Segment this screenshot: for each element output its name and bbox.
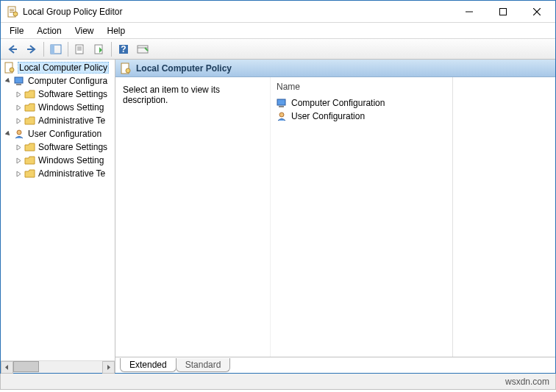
svg-rect-30 [279, 106, 284, 107]
tree-admin-templates[interactable]: Administrative Te [1, 114, 115, 127]
detail-title: Local Computer Policy [136, 63, 232, 74]
toolbar-separator [111, 42, 112, 57]
expander-closed-icon[interactable] [14, 90, 23, 99]
tab-extended[interactable]: Extended [120, 358, 177, 372]
menu-help[interactable]: Help [101, 24, 132, 38]
tree-label: User Configuration [28, 129, 101, 139]
properties-button[interactable] [71, 40, 89, 58]
policy-icon [120, 63, 132, 74]
app-window: Local Group Policy Editor File Action Vi… [0, 0, 556, 374]
toolbar-separator [43, 42, 44, 57]
tree-label: Computer Configura [28, 76, 107, 86]
svg-text:?: ? [121, 44, 126, 54]
folder-icon [24, 143, 36, 152]
description-column: Select an item to view its description. [115, 77, 270, 357]
tree-label: Software Settings [38, 89, 107, 99]
scroll-right-icon[interactable] [102, 361, 115, 374]
detail-pane: Local Computer Policy Select an item to … [115, 60, 555, 373]
expander-closed-icon[interactable] [14, 169, 23, 178]
tree-admin-templates[interactable]: Administrative Te [1, 167, 115, 180]
user-icon [14, 129, 26, 139]
folder-icon [24, 103, 36, 113]
close-button[interactable] [520, 1, 554, 22]
export-list-button[interactable] [90, 40, 108, 58]
expander-closed-icon[interactable] [14, 156, 23, 165]
svg-point-26 [17, 130, 21, 135]
titlebar: Local Group Policy Editor [1, 1, 555, 23]
status-text: wsxdn.com [505, 377, 549, 387]
tree-label: Administrative Te [38, 115, 105, 126]
tree-software-settings[interactable]: Software Settings [1, 88, 115, 101]
scroll-left-icon[interactable] [1, 361, 13, 374]
toolbar-separator [68, 42, 68, 57]
svg-rect-1 [10, 9, 14, 10]
expander-open-icon[interactable] [4, 129, 13, 138]
window-title: Local Group Policy Editor [23, 7, 452, 17]
tree-pane: Local Computer Policy Computer Configura… [1, 60, 115, 373]
svg-rect-25 [16, 84, 21, 85]
tree-label: Local Computer Policy [18, 62, 109, 74]
list-label: Computer Configuration [291, 98, 385, 108]
forward-button[interactable] [23, 40, 40, 58]
expander-open-icon[interactable] [4, 76, 13, 85]
menubar: File Action View Help [1, 23, 555, 39]
computer-icon [277, 98, 288, 108]
folder-icon [24, 156, 36, 165]
user-icon [277, 111, 288, 121]
back-button[interactable] [4, 40, 21, 58]
empty-column [453, 77, 555, 357]
expander-closed-icon[interactable] [14, 116, 23, 125]
list-label: User Configuration [291, 111, 365, 121]
tree-windows-settings[interactable]: Windows Setting [1, 154, 115, 167]
tree-label: Administrative Te [38, 168, 105, 179]
minimize-button[interactable] [452, 1, 486, 22]
status-bar: wsxdn.com [0, 374, 556, 390]
expander-closed-icon[interactable] [14, 143, 23, 152]
tree-label: Windows Setting [38, 102, 104, 113]
svg-rect-24 [15, 77, 23, 83]
expander-closed-icon[interactable] [14, 103, 23, 112]
folder-icon [24, 116, 36, 126]
menu-file[interactable]: File [4, 24, 29, 38]
svg-rect-6 [500, 8, 507, 15]
tree-user-config[interactable]: User Configuration [1, 127, 115, 140]
detail-body: Select an item to view its description. … [115, 77, 555, 357]
tree-root[interactable]: Local Computer Policy [1, 61, 115, 74]
list-item-user-config[interactable]: User Configuration [277, 110, 446, 123]
scroll-track[interactable] [13, 361, 102, 374]
tree-computer-config[interactable]: Computer Configura [1, 74, 115, 88]
help-button[interactable]: ? [115, 40, 132, 58]
svg-rect-3 [10, 12, 14, 13]
menu-action[interactable]: Action [31, 24, 67, 38]
detail-header: Local Computer Policy [115, 60, 555, 77]
folder-icon [24, 90, 36, 99]
computer-icon [14, 76, 26, 86]
tree-label: Software Settings [38, 142, 107, 152]
tree-label: Windows Setting [38, 155, 104, 165]
svg-point-31 [279, 113, 284, 117]
description-text: Select an item to view its description. [123, 85, 220, 105]
content-area: Local Computer Policy Computer Configura… [1, 60, 555, 373]
svg-point-23 [10, 68, 14, 72]
list-item-computer-config[interactable]: Computer Configuration [277, 96, 446, 110]
scroll-thumb[interactable] [13, 361, 39, 372]
svg-rect-12 [51, 45, 54, 54]
folder-icon [24, 169, 36, 179]
svg-rect-2 [10, 10, 14, 11]
tree-software-settings[interactable]: Software Settings [1, 140, 115, 154]
tree-h-scrollbar[interactable] [1, 360, 115, 373]
name-column-header[interactable]: Name [277, 82, 446, 92]
show-hide-tree-button[interactable] [47, 40, 65, 58]
app-icon [7, 6, 18, 18]
maximize-button[interactable] [486, 1, 520, 22]
tree-windows-settings[interactable]: Windows Setting [1, 101, 115, 114]
policy-tree[interactable]: Local Computer Policy Computer Configura… [1, 60, 115, 360]
filter-button[interactable] [134, 40, 152, 58]
tab-strip: Extended Standard [115, 357, 555, 373]
policy-icon [4, 62, 15, 74]
svg-rect-13 [76, 45, 83, 54]
svg-point-4 [13, 12, 18, 16]
tab-standard[interactable]: Standard [176, 358, 231, 372]
svg-point-28 [126, 68, 130, 73]
menu-view[interactable]: View [69, 24, 100, 38]
